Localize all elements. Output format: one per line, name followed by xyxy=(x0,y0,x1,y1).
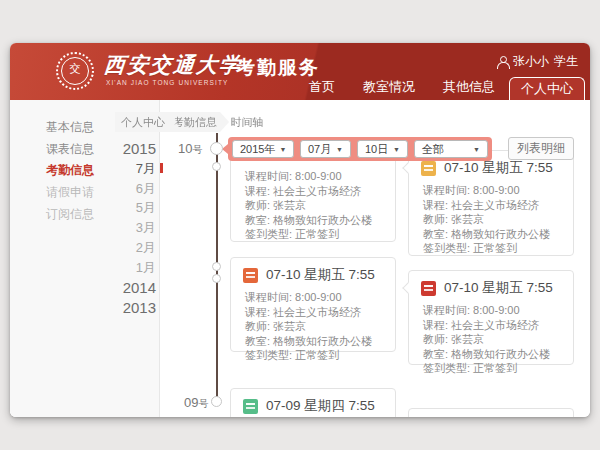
attendance-card[interactable]: 07-10 星期五 7:55 课程时间:8:00-9:00 课程:社会主义市场经… xyxy=(408,150,574,256)
status-normal-icon xyxy=(243,399,258,414)
nav-personal-center-active-tab[interactable]: 个人中心 xyxy=(509,77,585,100)
nav-classroom[interactable]: 教室情况 xyxy=(349,78,429,100)
card-line: 教室:格物致知行政办公楼 xyxy=(245,213,387,228)
person-icon xyxy=(496,56,508,68)
university-name-en: XI'AN JIAO TONG UNIVERSITY xyxy=(106,79,228,86)
card-line: 课程:社会主义市场经济 xyxy=(245,184,387,199)
attendance-card[interactable]: 07-09 星期四 7:55 xyxy=(230,388,396,417)
status-late-icon xyxy=(421,161,436,176)
rail-year-2013[interactable]: 2013 xyxy=(70,299,156,316)
rail-year-2015[interactable]: 2015 xyxy=(70,140,156,157)
sidebar-item-basic-info[interactable]: 基本信息 xyxy=(46,119,94,136)
university-name-zh: 西安交通大学 xyxy=(103,51,243,79)
nav-home[interactable]: 首页 xyxy=(295,78,349,100)
timeline-dot[interactable] xyxy=(212,274,221,283)
card-title: 07-10 星期五 7:55 xyxy=(444,159,553,177)
card-line: 课程:社会主义市场经济 xyxy=(423,318,565,333)
card-line: 课程:社会主义市场经济 xyxy=(245,305,387,320)
app-window: 交 西安交通大学 XI'AN JIAO TONG UNIVERSITY 考勤服务… xyxy=(10,43,590,417)
rail-year-2014[interactable]: 2014 xyxy=(70,279,156,296)
chevron-down-icon: ▼ xyxy=(473,146,480,153)
attendance-card-partial[interactable] xyxy=(408,408,574,417)
card-line: 课程时间:8:00-9:00 xyxy=(245,169,387,184)
card-line: 教师:张芸京 xyxy=(423,332,565,347)
breadcrumb-personal-center[interactable]: 个人中心 xyxy=(115,112,177,132)
nav-other-info[interactable]: 其他信息 xyxy=(429,78,509,100)
main-nav: 首页 教室情况 其他信息 个人中心 xyxy=(295,77,585,100)
card-line: 课程时间:8:00-9:00 xyxy=(245,290,387,305)
card-line: 教室:格物致知行政办公楼 xyxy=(423,227,565,242)
content-area: 基本信息 课表信息 考勤信息 请假申请 订阅信息 个人中心 考勤信息 时间轴 2… xyxy=(10,100,590,417)
card-line: 签到类型:正常签到 xyxy=(245,348,387,363)
rail-month-july[interactable]: 7月 xyxy=(70,160,156,178)
user-name: 张小小 xyxy=(513,53,549,70)
timeline-dot[interactable] xyxy=(211,396,222,407)
app-header: 交 西安交通大学 XI'AN JIAO TONG UNIVERSITY 考勤服务… xyxy=(10,43,590,100)
year-dropdown[interactable]: 2015年▼ xyxy=(232,140,294,158)
list-detail-button[interactable]: 列表明细 xyxy=(508,137,574,160)
timeline-dot[interactable] xyxy=(212,162,221,171)
card-line: 课程:社会主义市场经济 xyxy=(423,198,565,213)
attendance-card[interactable]: 07-10 星期五 7:55 课程时间:8:00-9:00 课程:社会主义市场经… xyxy=(230,257,396,352)
card-title: 07-10 星期五 7:55 xyxy=(266,266,375,284)
chevron-down-icon: ▼ xyxy=(336,146,343,153)
card-title: 07-09 星期四 7:55 xyxy=(266,397,375,415)
card-line: 教室:格物致知行政办公楼 xyxy=(423,347,565,362)
card-line: 教师:张芸京 xyxy=(423,212,565,227)
card-line: 课程时间:8:00-9:00 xyxy=(423,183,565,198)
card-line: 签到类型:正常签到 xyxy=(245,227,387,242)
scope-dropdown[interactable]: 全部▼ xyxy=(414,140,488,158)
user-role: 学生 xyxy=(554,53,578,70)
rail-month-may[interactable]: 5月 xyxy=(70,199,156,217)
status-early-leave-icon xyxy=(243,268,258,283)
day-marker-09: 09号 xyxy=(184,395,208,411)
month-dropdown[interactable]: 07月▼ xyxy=(300,140,351,158)
chevron-down-icon: ▼ xyxy=(279,146,286,153)
chevron-down-icon: ▼ xyxy=(393,146,400,153)
status-absent-icon xyxy=(421,281,436,296)
rail-month-february[interactable]: 2月 xyxy=(70,239,156,257)
attendance-card[interactable]: 07-10 星期五 7:55 课程时间:8:00-9:00 课程:社会主义市场经… xyxy=(408,270,574,365)
timeline-dot[interactable] xyxy=(212,262,221,271)
date-filter-bar: 2015年▼ 07月▼ 10日▼ 全部▼ xyxy=(228,137,492,161)
card-line: 签到类型:正常签到 xyxy=(423,361,565,376)
card-title: 07-10 星期五 7:55 xyxy=(444,279,553,297)
timeline-dot-selected[interactable] xyxy=(210,142,223,155)
card-line: 课程时间:8:00-9:00 xyxy=(423,303,565,318)
card-line: 教师:张芸京 xyxy=(245,198,387,213)
card-line: 签到类型:正常签到 xyxy=(423,241,565,256)
rail-month-january[interactable]: 1月 xyxy=(70,259,156,277)
day-dropdown[interactable]: 10日▼ xyxy=(357,140,408,158)
rail-month-june[interactable]: 6月 xyxy=(70,180,156,198)
rail-month-march[interactable]: 3月 xyxy=(70,219,156,237)
card-line: 教室:格物致知行政办公楼 xyxy=(245,334,387,349)
user-info[interactable]: 张小小 学生 xyxy=(496,53,578,70)
university-logo-glyph: 交 xyxy=(58,61,92,75)
day-marker-10: 10号 xyxy=(178,141,202,157)
card-line: 教师:张芸京 xyxy=(245,319,387,334)
university-logo-icon: 交 xyxy=(56,52,94,90)
